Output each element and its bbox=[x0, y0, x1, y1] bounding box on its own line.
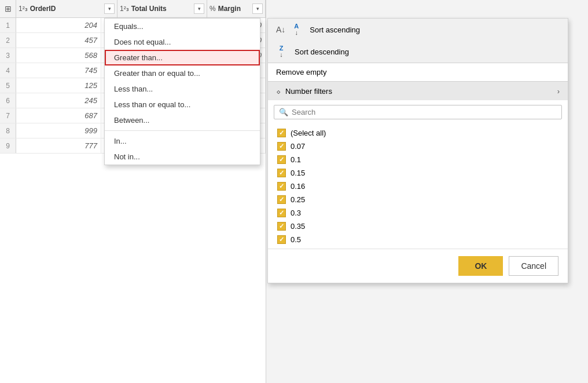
sort-descending-item[interactable]: Z ↓ Sort descending bbox=[268, 41, 568, 63]
menu-item-not-equal[interactable]: Does not equal... bbox=[105, 34, 260, 50]
filter-buttons: OK Cancel bbox=[268, 249, 568, 283]
value-035: 0.35 bbox=[291, 222, 305, 231]
margin-col-title: Margin bbox=[218, 5, 251, 13]
not-in-label: Not in... bbox=[114, 152, 140, 161]
row-num-5: 5 bbox=[0, 78, 16, 93]
in-label: In... bbox=[114, 137, 127, 145]
menu-item-greater-than[interactable]: Greater than... bbox=[105, 50, 260, 65]
cell-orderid-8: 999 bbox=[16, 123, 101, 138]
filter-search-area: 🔍 bbox=[268, 100, 568, 124]
filter-select-all[interactable]: (Select all) bbox=[274, 126, 562, 140]
filter-panel-top: A↓ A ↓ Sort ascending Z ↓ Sort descendin… bbox=[268, 19, 568, 63]
cell-orderid-5: 125 bbox=[16, 78, 101, 93]
totalunits-dropdown-btn[interactable]: ▾ bbox=[194, 3, 204, 14]
checkbox-03[interactable] bbox=[277, 209, 286, 217]
row-num-9: 9 bbox=[0, 138, 16, 153]
checkbox-015[interactable] bbox=[277, 169, 286, 177]
margin-dropdown-btn[interactable]: ▾ bbox=[252, 3, 263, 14]
cell-orderid-7: 687 bbox=[16, 108, 101, 123]
col-header-margin[interactable]: % Margin ▾ bbox=[207, 0, 266, 17]
menu-item-equals[interactable]: Equals... bbox=[105, 19, 260, 34]
checkbox-016[interactable] bbox=[277, 182, 286, 191]
filter-value-item[interactable]: 0.3 bbox=[274, 206, 562, 220]
orderid-col-title: OrderID bbox=[30, 5, 103, 13]
totalunits-col-title: Total Units bbox=[131, 5, 193, 13]
not-equal-label: Does not equal... bbox=[114, 38, 171, 46]
orderid-type-icon: 1²₃ bbox=[19, 5, 28, 13]
filter-panel: A↓ A ↓ Sort ascending Z ↓ Sort descendin… bbox=[267, 18, 568, 283]
menu-item-in[interactable]: In... bbox=[105, 133, 260, 149]
select-all-label: (Select all) bbox=[291, 129, 326, 137]
row-number-header: ⊞ bbox=[0, 0, 16, 17]
margin-type-icon: % bbox=[210, 5, 216, 13]
number-filters-item[interactable]: ⬦ Number filters › bbox=[268, 82, 568, 100]
cell-orderid-2: 457 bbox=[16, 33, 101, 48]
filter-value-item[interactable]: 0.25 bbox=[274, 193, 562, 206]
cancel-button[interactable]: Cancel bbox=[509, 256, 558, 276]
value-03: 0.3 bbox=[291, 209, 301, 217]
checkbox-025[interactable] bbox=[277, 195, 286, 204]
menu-item-less-than-equal[interactable]: Less than or equal to... bbox=[105, 97, 260, 112]
remove-empty-item[interactable]: Remove empty bbox=[268, 63, 568, 82]
row-num-6: 6 bbox=[0, 93, 16, 108]
checkbox-01[interactable] bbox=[277, 155, 286, 164]
filter-value-item[interactable]: 0.15 bbox=[274, 166, 562, 180]
main-container: ⊞ 1²₃ OrderID ▾ 1²₃ Total Units ▾ % Marg… bbox=[0, 0, 588, 383]
col-header-orderid[interactable]: 1²₃ OrderID ▾ bbox=[16, 0, 117, 17]
row-num-4: 4 bbox=[0, 63, 16, 78]
sort-desc-arrow: ↓ bbox=[280, 52, 283, 58]
checkbox-007[interactable] bbox=[277, 142, 286, 151]
row-num-7: 7 bbox=[0, 108, 16, 123]
value-05: 0.5 bbox=[291, 235, 301, 244]
menu-item-greater-than-equal[interactable]: Greater than or equal to... bbox=[105, 65, 260, 81]
ok-button[interactable]: OK bbox=[458, 256, 503, 276]
row-num-8: 8 bbox=[0, 123, 16, 138]
greater-than-equal-label: Greater than or equal to... bbox=[114, 69, 200, 78]
filter-icon: ⬦ bbox=[276, 86, 281, 96]
remove-empty-label: Remove empty bbox=[276, 68, 326, 76]
grid-icon: ⊞ bbox=[5, 4, 12, 13]
orderid-dropdown-btn[interactable]: ▾ bbox=[104, 3, 115, 14]
less-than-label: Less than... bbox=[114, 85, 153, 93]
value-01: 0.1 bbox=[291, 155, 301, 164]
filter-value-item[interactable]: 0.1 bbox=[274, 153, 562, 166]
row-num-1: 1 bbox=[0, 18, 16, 32]
menu-item-between[interactable]: Between... bbox=[105, 112, 260, 128]
value-007: 0.07 bbox=[291, 142, 305, 151]
less-than-equal-label: Less than or equal to... bbox=[114, 100, 190, 109]
row-num-2: 2 bbox=[0, 33, 16, 48]
greater-than-label: Greater than... bbox=[114, 53, 163, 62]
filter-search-box: 🔍 bbox=[274, 105, 562, 119]
cell-orderid-3: 568 bbox=[16, 48, 101, 63]
cell-orderid-1: 204 bbox=[16, 18, 101, 32]
value-015: 0.15 bbox=[291, 169, 305, 177]
col-header-totalunits[interactable]: 1²₃ Total Units ▾ bbox=[117, 0, 207, 17]
checkbox-035[interactable] bbox=[277, 222, 286, 231]
sort-asc-arrow: ↓ bbox=[295, 30, 299, 36]
checkbox-05[interactable] bbox=[277, 235, 286, 244]
filter-value-item[interactable]: 0.5 bbox=[274, 233, 562, 246]
row-num-3: 3 bbox=[0, 48, 16, 63]
menu-item-less-than[interactable]: Less than... bbox=[105, 81, 260, 97]
select-all-checkbox[interactable] bbox=[277, 129, 286, 137]
totalunits-type-icon: 1²₃ bbox=[120, 5, 129, 13]
between-label: Between... bbox=[114, 116, 149, 125]
menu-item-not-in[interactable]: Not in... bbox=[105, 149, 260, 165]
cell-orderid-6: 245 bbox=[16, 93, 101, 108]
search-input[interactable] bbox=[292, 108, 557, 116]
value-016: 0.16 bbox=[291, 182, 305, 191]
equals-label: Equals... bbox=[114, 22, 144, 31]
number-filters-label: Number filters bbox=[285, 87, 332, 96]
filter-value-item[interactable]: 0.16 bbox=[274, 180, 562, 193]
context-menu: Equals... Does not equal... Greater than… bbox=[104, 18, 260, 165]
menu-separator bbox=[105, 130, 260, 131]
cell-orderid-9: 777 bbox=[16, 138, 101, 153]
number-filters-arrow-icon: › bbox=[557, 87, 560, 96]
sort-ascending-item[interactable]: A↓ A ↓ Sort ascending bbox=[268, 19, 568, 41]
filter-checkboxes: (Select all) 0.07 0.1 0.15 0.16 0.25 bbox=[268, 124, 568, 249]
search-icon: 🔍 bbox=[279, 108, 288, 116]
cell-orderid-4: 745 bbox=[16, 63, 101, 78]
sort-descending-label: Sort descending bbox=[295, 48, 349, 56]
filter-value-item[interactable]: 0.35 bbox=[274, 220, 562, 233]
filter-value-item[interactable]: 0.07 bbox=[274, 140, 562, 153]
